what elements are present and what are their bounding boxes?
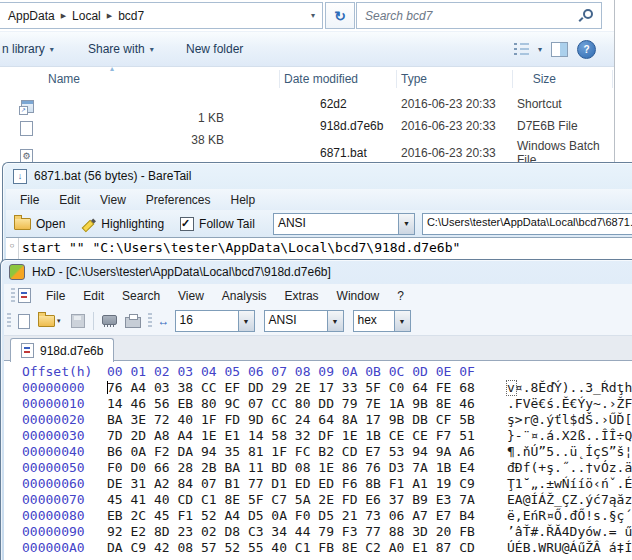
menu-window[interactable]: Window	[328, 289, 389, 303]
breadcrumb-local[interactable]: Local	[68, 9, 105, 23]
breadcrumb-separator-icon[interactable]: ▶	[59, 12, 68, 20]
breadcrumb-appdata[interactable]: AppData	[0, 9, 59, 23]
hex-row: 00000040 B6 0A F2 DA 94 35 81 1F FC B2 C…	[22, 444, 632, 460]
hex-row: 00000030 7D 2D A8 A4 1E E1 14 58 32 DF 1…	[22, 428, 632, 444]
row-offset: 00000000	[22, 380, 107, 396]
share-with-label: Share with	[88, 42, 145, 56]
view-dropdown-icon[interactable]: ▾	[538, 45, 542, 54]
row-bytes: 45 41 40 CD C1 8E 5F C7 5A 2E FD E6 37 B…	[107, 492, 479, 508]
bytes-per-row-select[interactable]: 16 ▼	[175, 310, 255, 332]
toolbar-gripper	[7, 313, 11, 329]
row-bytes: DA C9 42 08 57 52 55 40 C1 FB 8E C2 A0 E…	[107, 540, 479, 556]
highlighting-button[interactable]: Highlighting	[73, 217, 172, 231]
hex-row: 00000050 F0 D0 66 28 2B BA 11 BD 08 1E 8…	[22, 460, 632, 476]
menu-view[interactable]: View	[169, 289, 213, 303]
breadcrumb-bcd7[interactable]: bcd7	[114, 9, 148, 23]
encoding-value: ANSI	[274, 214, 398, 234]
menu-search[interactable]: Search	[113, 289, 169, 303]
row-bytes: 7D 2D A8 A4 1E E1 14 58 32 DF 1E 1B CE C…	[107, 428, 479, 444]
row-offset: 000000A0	[22, 540, 107, 556]
open-button[interactable]: Open	[6, 217, 73, 231]
document-icon[interactable]	[18, 288, 31, 303]
menu-view[interactable]: View	[90, 193, 136, 207]
open-ram-button[interactable]	[98, 317, 121, 325]
column-header-name[interactable]: Name	[0, 70, 280, 88]
include-in-library-button[interactable]: n library ▾	[2, 32, 54, 66]
highlighter-icon	[81, 217, 96, 231]
baretail-titlebar[interactable]: ↓ 6871.bat (56 bytes) - BareTail	[3, 163, 632, 189]
address-dropdown-icon[interactable]: ▾	[311, 11, 322, 20]
shortcut-icon: ↗	[20, 100, 34, 114]
row-ascii: ’âŤ#.ŘĂ4Dyów.= ű	[507, 524, 632, 540]
row-ascii: đĐf(+ş.˝..†vÓz.ä	[507, 460, 632, 476]
explorer-address-row: AppData ▶ Local ▶ bcd7 ▾ ↻ Search bcd7	[0, 0, 614, 31]
menu-analysis[interactable]: Analysis	[213, 289, 276, 303]
baretail-log-view[interactable]: ○ start "" "C:\Users\tester\AppData\Loca…	[6, 237, 632, 261]
file-type: Shortcut	[513, 97, 613, 111]
row-ascii: Ţ1˘„.±wŃííö‹ńˇ.É	[507, 476, 632, 492]
hex-row: 000000A0 DA C9 42 08 57 52 55 40 C1 FB 8…	[22, 540, 632, 556]
offset-base-select[interactable]: hex ▼	[353, 310, 411, 332]
open-folder-icon	[14, 218, 31, 230]
hex-editor-view[interactable]: Offset(h) 00 01 02 03 04 05 06 07 08 09 …	[4, 360, 632, 560]
document-icon	[21, 343, 34, 358]
row-ascii: .FVë€ś.Ě€Ýy~.›ŽF	[507, 396, 632, 412]
open-dropdown-icon[interactable]: ▾	[55, 317, 63, 325]
menu-preferences[interactable]: Preferences	[136, 193, 221, 207]
follow-tail-checkbox[interactable]: ✓	[180, 217, 194, 231]
file-row-6871-bat[interactable]: ⚙ 6871.bat 2016-06-23 20:33 Windows Batc…	[0, 139, 613, 160]
follow-tail-toggle[interactable]: ✓ Follow Tail	[172, 217, 263, 231]
help-icon[interactable]: ?	[577, 40, 596, 59]
row-bytes: 92 E2 8D 23 02 D8 C3 34 44 79 F3 77 88 3…	[107, 524, 479, 540]
column-header-type[interactable]: Type	[397, 70, 513, 88]
file-name: 6871.bat	[280, 146, 397, 160]
row-offset: 00000010	[22, 396, 107, 412]
disk-device-icon	[125, 317, 141, 328]
encoding-select[interactable]: ANSI ▼	[273, 213, 415, 235]
column-header-date[interactable]: Date modified	[280, 70, 397, 88]
row-offset: 00000070	[22, 492, 107, 508]
explorer-view-controls: ▾ ?	[514, 32, 596, 66]
open-file-button[interactable]: ▾	[34, 315, 67, 327]
tab-918d-d7e6b[interactable]: 918d.d7e6b	[10, 338, 114, 362]
hxd-titlebar[interactable]: HxD - [C:\Users\tester\AppData\Local\bcd…	[1, 260, 632, 284]
new-file-button[interactable]	[14, 314, 34, 329]
menu-extras[interactable]: Extras	[276, 289, 328, 303]
chevron-down-icon: ▾	[50, 45, 54, 54]
row-ascii: EA@ÍÁŽ_ÇZ.ýć7ąăz	[507, 492, 632, 508]
refresh-button[interactable]: ↻	[325, 2, 355, 29]
menu-file[interactable]: File	[10, 193, 49, 207]
row-ascii: ÚÉB.WRU@ÁűŽÂ á‡Í	[507, 540, 632, 556]
file-row-62d2[interactable]: ↗ 62d2 2016-06-23 20:33 Shortcut 1 KB	[0, 97, 613, 118]
menu-help[interactable]: ?	[388, 289, 413, 303]
address-bar[interactable]: AppData ▶ Local ▶ bcd7 ▾	[0, 2, 323, 29]
column-header-size[interactable]: Size	[513, 70, 613, 88]
new-folder-label: New folder	[186, 42, 243, 56]
menu-edit[interactable]: Edit	[74, 289, 113, 303]
ascii-cursor	[506, 380, 517, 396]
new-folder-button[interactable]: New folder	[186, 32, 243, 66]
file-name: 62d2	[280, 97, 397, 111]
open-label: Open	[36, 217, 65, 231]
menu-edit[interactable]: Edit	[49, 193, 90, 207]
open-folder-icon	[38, 315, 55, 327]
toolbar-gripper	[148, 313, 152, 329]
share-with-button[interactable]: Share with ▾	[88, 32, 154, 66]
preview-pane-icon[interactable]	[551, 42, 568, 57]
file-path-field[interactable]: C:\Users\tester\AppData\Local\bcd7\6871.…	[422, 213, 632, 235]
row-bytes: EB 2C 45 F1 52 A4 D5 0A F0 D5 21 73 06 A…	[107, 508, 479, 524]
menu-help[interactable]: Help	[221, 193, 266, 207]
row-bytes: F0 D0 66 28 2B BA 11 BD 08 1E 86 76 D3 7…	[107, 460, 479, 476]
save-button[interactable]	[67, 314, 89, 328]
log-gutter: ○	[6, 238, 19, 261]
charset-select[interactable]: ANSI ▼	[264, 310, 344, 332]
column-headers: Name Date modified Type Size	[0, 66, 613, 92]
file-list: ↗ 62d2 2016-06-23 20:33 Shortcut 1 KB 91…	[0, 97, 613, 160]
change-view-icon[interactable]	[514, 43, 529, 55]
search-box[interactable]: Search bcd7	[356, 2, 602, 29]
menu-file[interactable]: File	[37, 289, 74, 303]
file-row-918d[interactable]: 918d.d7e6b 2016-06-23 20:33 D7E6B File 3…	[0, 118, 613, 139]
open-disk-button[interactable]	[121, 314, 145, 328]
hxd-app-icon	[9, 264, 25, 280]
breadcrumb-separator-icon[interactable]: ▶	[105, 12, 114, 20]
